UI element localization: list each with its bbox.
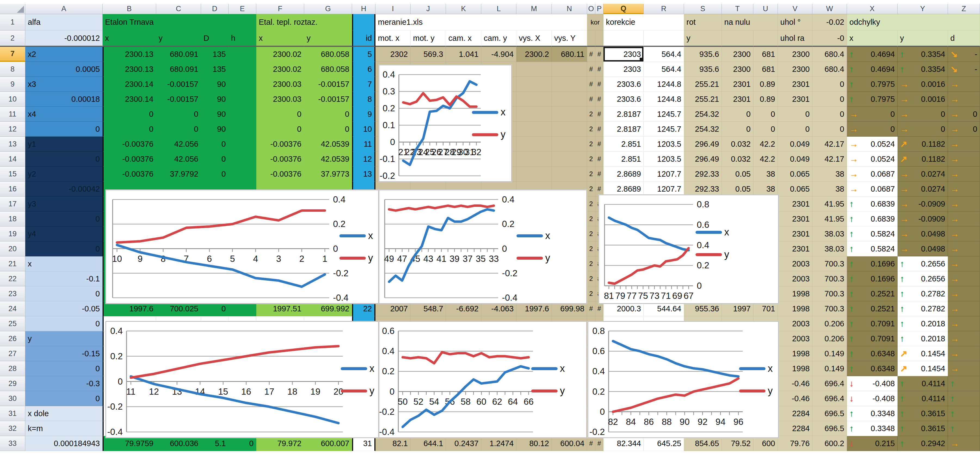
cell-Y23[interactable]: ↑0.2782 bbox=[897, 286, 948, 301]
cell-X22[interactable]: ↑0.1696 bbox=[847, 271, 897, 286]
cell-W14[interactable]: 42.17 bbox=[812, 151, 847, 167]
cell-Y2[interactable]: y bbox=[897, 30, 948, 47]
col-header-Z[interactable]: Z bbox=[948, 4, 980, 14]
cell-Q7[interactable]: 2303 bbox=[603, 47, 644, 62]
cell-G13[interactable]: 42.0539 bbox=[304, 137, 352, 151]
cell-Z30[interactable]: ↑ bbox=[948, 391, 980, 406]
cell-N11[interactable] bbox=[552, 107, 587, 122]
cell-W27[interactable]: 0.149 bbox=[812, 346, 847, 361]
cell-W21[interactable]: 700.3 bbox=[812, 256, 847, 271]
cell-N33[interactable]: 600.04 bbox=[552, 436, 587, 451]
cell-B10[interactable]: 2300.14 bbox=[103, 92, 156, 107]
cell-N9[interactable] bbox=[552, 77, 587, 92]
cell-A30[interactable]: 0 bbox=[25, 391, 103, 406]
cell-W33[interactable]: 600.2 bbox=[812, 436, 847, 451]
cell-C13[interactable]: 42.056 bbox=[156, 137, 201, 151]
cell-H9[interactable]: 7 bbox=[352, 77, 375, 92]
cell-G9[interactable]: -0.00157 bbox=[304, 77, 352, 92]
cell-V16[interactable]: 0.065 bbox=[778, 182, 812, 196]
cell-Z23[interactable]: → bbox=[948, 286, 980, 301]
cell-Y24[interactable]: ↑0.2782 bbox=[897, 301, 948, 316]
cell-Y29[interactable]: ↑0.4114 bbox=[897, 376, 948, 391]
cell-R33[interactable]: 645.25 bbox=[644, 436, 684, 451]
cell-O23[interactable]: 2 bbox=[587, 286, 595, 301]
cell-W10[interactable]: 0 bbox=[812, 92, 847, 107]
cell-F7[interactable]: 2300.02 bbox=[256, 47, 304, 62]
cell-O14[interactable]: 2 bbox=[587, 151, 595, 167]
col-header-H[interactable]: H bbox=[352, 4, 375, 14]
cell-A7[interactable]: x2 bbox=[25, 47, 103, 62]
cell-G14[interactable]: 42.0539 bbox=[304, 151, 352, 167]
cell-Z20[interactable]: → bbox=[948, 241, 980, 256]
cell-S1[interactable]: rot bbox=[684, 14, 722, 30]
cell-W24[interactable]: 700.3 bbox=[812, 301, 847, 316]
cell-Q16[interactable]: 2.8689 bbox=[603, 182, 644, 196]
cell-S13[interactable]: 296.49 bbox=[684, 137, 722, 151]
row-header-11[interactable]: 11 bbox=[0, 107, 25, 122]
cell-F15[interactable]: -0.00376 bbox=[256, 167, 304, 182]
cell-K33[interactable]: 0.2437 bbox=[446, 436, 481, 451]
cell-F2[interactable]: x bbox=[256, 30, 304, 47]
cell-X16[interactable]: →0.0687 bbox=[847, 182, 897, 196]
cell-Z19[interactable]: → bbox=[948, 226, 980, 241]
cell-Y19[interactable]: →0.0498 bbox=[897, 226, 948, 241]
cell-H2[interactable]: id bbox=[352, 30, 375, 47]
cell-A9[interactable]: x3 bbox=[25, 77, 103, 92]
cell-F12[interactable]: 0 bbox=[256, 122, 304, 137]
cell-E10[interactable] bbox=[229, 92, 256, 107]
cell-X21[interactable]: ↑0.1696 bbox=[847, 256, 897, 271]
cell-H8[interactable]: 6 bbox=[352, 62, 375, 77]
cell-Q15[interactable]: 2.8689 bbox=[603, 167, 644, 182]
cell-B2[interactable]: x bbox=[103, 30, 156, 47]
cell-Z28[interactable]: → bbox=[948, 361, 980, 376]
cell-L7[interactable]: -4.904 bbox=[481, 47, 516, 62]
row-header-16[interactable]: 16 bbox=[0, 182, 25, 196]
cell-J7[interactable]: 569.3 bbox=[410, 47, 446, 62]
cell-L33[interactable]: 1.2474 bbox=[481, 436, 516, 451]
cell-G11[interactable]: 0 bbox=[304, 107, 352, 122]
cell-U10[interactable]: 0.89 bbox=[753, 92, 778, 107]
col-header-O[interactable]: O bbox=[587, 4, 595, 14]
cell-W15[interactable]: 38 bbox=[812, 167, 847, 182]
cell-R16[interactable]: 1207.7 bbox=[644, 182, 684, 196]
col-header-U[interactable]: U bbox=[753, 4, 778, 14]
cell-Y15[interactable]: →0.0274 bbox=[897, 167, 948, 182]
cell-W12[interactable]: 0 bbox=[812, 122, 847, 137]
cell-O24[interactable]: # bbox=[587, 301, 595, 316]
cell-Q8[interactable]: 2303 bbox=[603, 62, 644, 77]
cell-P14[interactable]: # bbox=[595, 151, 603, 167]
cell-Y25[interactable]: ↑0.2018 bbox=[897, 316, 948, 331]
cell-Y30[interactable]: ↑0.4114 bbox=[897, 391, 948, 406]
cell-Z26[interactable]: → bbox=[948, 331, 980, 346]
cell-A27[interactable]: -0.15 bbox=[25, 346, 103, 361]
cell-P33[interactable]: # bbox=[595, 436, 603, 451]
col-header-L[interactable]: L bbox=[481, 4, 516, 14]
cell-V19[interactable]: 2301 bbox=[778, 226, 812, 241]
cell-L2[interactable]: cam. y bbox=[481, 30, 516, 47]
row-header-7[interactable]: 7 bbox=[0, 47, 25, 62]
cell-C11[interactable]: 0 bbox=[156, 107, 201, 122]
row-header-21[interactable]: 21 bbox=[0, 256, 25, 271]
row-header-8[interactable]: 8 bbox=[0, 62, 25, 77]
cell-N2[interactable]: vys. Y bbox=[552, 30, 587, 47]
cell-A12[interactable]: 0 bbox=[25, 122, 103, 137]
cell-Z22[interactable]: → bbox=[948, 271, 980, 286]
cell-V33[interactable]: 79.76 bbox=[778, 436, 812, 451]
row-header-23[interactable]: 23 bbox=[0, 286, 25, 301]
cell-E2[interactable]: h bbox=[229, 30, 256, 47]
cell-M2[interactable]: vys. X bbox=[516, 30, 552, 47]
cell-X31[interactable]: ↑0.3348 bbox=[847, 406, 897, 421]
cell-E11[interactable] bbox=[229, 107, 256, 122]
cell-O7[interactable]: # bbox=[587, 47, 595, 62]
cell-U14[interactable]: 42.2 bbox=[753, 151, 778, 167]
cell-X23[interactable]: ↑0.2521 bbox=[847, 286, 897, 301]
cell-W19[interactable]: 38.03 bbox=[812, 226, 847, 241]
cell-Z9[interactable]: → bbox=[948, 77, 980, 92]
cell-T11[interactable]: 0 bbox=[722, 107, 753, 122]
cell-N7[interactable]: 680.11 bbox=[552, 47, 587, 62]
row-header-31[interactable]: 31 bbox=[0, 406, 25, 421]
cell-H11[interactable]: 9 bbox=[352, 107, 375, 122]
cell-A33[interactable]: 0.000184943 bbox=[25, 436, 103, 451]
row-header-25[interactable]: 25 bbox=[0, 316, 25, 331]
cell-X26[interactable]: ↑0.7091 bbox=[847, 331, 897, 346]
